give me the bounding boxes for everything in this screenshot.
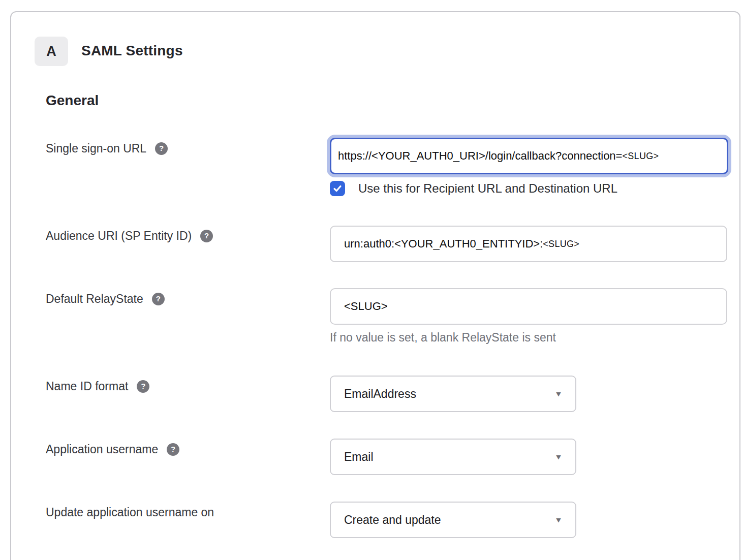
relay-state-hint: If no value is set, a blank RelayState i… (330, 331, 556, 345)
update-username-label-row: Update application username on (46, 505, 214, 520)
sso-url-input[interactable]: https://<YOUR_AUTH0_URI>/login/callback?… (330, 138, 728, 174)
audience-uri-input[interactable]: urn:auth0:<YOUR_AUTH0_ENTITYID>:<SLUG> (330, 226, 727, 262)
audience-uri-value: urn:auth0:<YOUR_AUTH0_ENTITYID>: (344, 237, 543, 251)
recipient-url-checkbox-row: Use this for Recipient URL and Destinati… (330, 181, 617, 196)
app-username-label-row: Application username ? (46, 442, 179, 457)
chevron-down-icon: ▼ (554, 516, 563, 524)
sso-url-label-row: Single sign-on URL ? (46, 141, 168, 156)
name-id-format-label-row: Name ID format ? (46, 379, 149, 394)
relay-state-help-icon[interactable]: ? (152, 293, 165, 305)
relay-state-label: Default RelayState (46, 291, 143, 306)
recipient-url-checkbox-label: Use this for Recipient URL and Destinati… (358, 181, 617, 196)
recipient-url-checkbox[interactable] (330, 181, 345, 196)
relay-state-value: <SLUG> (344, 300, 388, 313)
update-username-value: Create and update (344, 513, 441, 527)
checkmark-icon (332, 183, 343, 194)
step-badge: A (35, 37, 68, 66)
app-username-value: Email (344, 450, 374, 464)
relay-state-input[interactable]: <SLUG> (330, 288, 727, 325)
audience-uri-label-row: Audience URI (SP Entity ID) ? (46, 228, 213, 243)
name-id-format-label: Name ID format (46, 379, 128, 394)
name-id-format-dropdown[interactable]: EmailAddress ▼ (330, 376, 576, 412)
sso-url-label: Single sign-on URL (46, 141, 146, 156)
name-id-format-help-icon[interactable]: ? (137, 380, 149, 393)
sso-url-value: https://<YOUR_AUTH0_URI>/login/callback?… (338, 149, 622, 163)
sso-url-value-slug: <SLUG> (622, 151, 659, 162)
name-id-format-value: EmailAddress (344, 387, 416, 401)
audience-uri-label: Audience URI (SP Entity ID) (46, 228, 192, 243)
section-title-general: General (46, 92, 99, 109)
audience-uri-value-slug: <SLUG> (543, 239, 579, 250)
card-title: SAML Settings (81, 43, 183, 59)
saml-settings-card: A SAML Settings General Single sign-on U… (10, 11, 740, 560)
update-username-dropdown[interactable]: Create and update ▼ (330, 502, 576, 538)
relay-state-label-row: Default RelayState ? (46, 291, 165, 306)
update-username-label: Update application username on (46, 505, 214, 520)
audience-uri-help-icon[interactable]: ? (200, 230, 213, 242)
saml-settings-page: A SAML Settings General Single sign-on U… (0, 0, 743, 560)
chevron-down-icon: ▼ (554, 390, 563, 398)
app-username-label: Application username (46, 442, 158, 457)
app-username-help-icon[interactable]: ? (167, 443, 179, 456)
step-badge-letter: A (46, 44, 56, 59)
app-username-dropdown[interactable]: Email ▼ (330, 439, 576, 475)
chevron-down-icon: ▼ (554, 453, 563, 461)
sso-url-help-icon[interactable]: ? (155, 142, 168, 155)
